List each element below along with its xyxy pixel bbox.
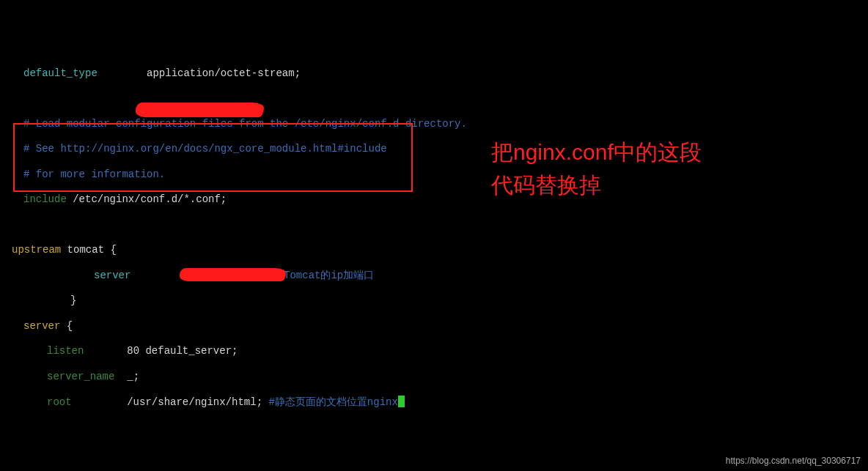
directive-upstream: upstream <box>12 244 61 256</box>
terminal-cursor <box>398 396 405 407</box>
directive-server-name: server_name <box>47 371 114 382</box>
nginx-config-code: default_type application/octet-stream; #… <box>0 51 868 471</box>
comment-line: # Load modular configuration files from … <box>23 118 467 130</box>
comment-line: # See http://nginx.org/en/docs/ngx_core_… <box>23 143 387 155</box>
directive-server: server <box>23 320 60 332</box>
directive-listen: listen <box>47 345 84 357</box>
annotation-text: 把nginx.conf中的这段 代码替换掉 <box>491 136 702 201</box>
directive-include: include <box>23 193 67 205</box>
directive-server-inner: server <box>94 270 130 281</box>
directive-root: root <box>47 396 72 408</box>
directive-default-type: default_type <box>23 67 98 79</box>
watermark: https://blog.csdn.net/qq_30306717 <box>726 456 861 467</box>
comment-line: # for more information. <box>23 168 165 180</box>
